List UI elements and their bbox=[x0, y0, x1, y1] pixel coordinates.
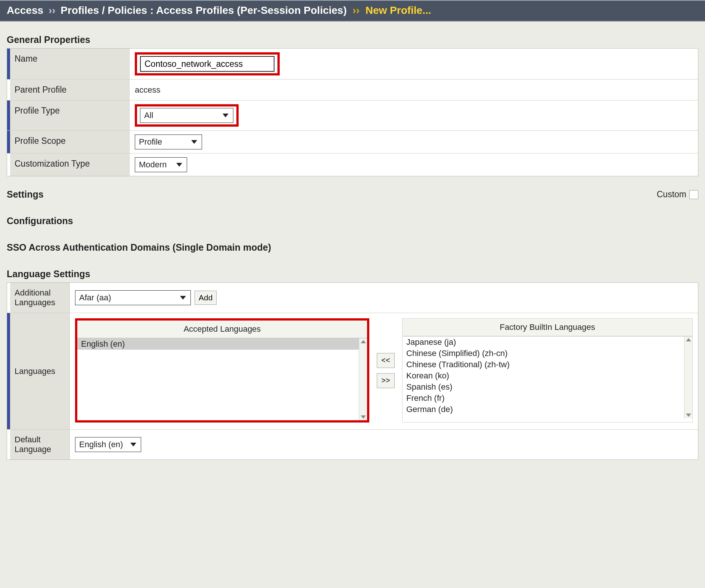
customization-type-value: Modern bbox=[139, 160, 167, 170]
default-language-label: Default Language bbox=[10, 430, 70, 459]
builtin-languages-header: Factory BuiltIn Languages bbox=[403, 319, 692, 336]
additional-languages-label: Additional Languages bbox=[10, 283, 70, 313]
list-item[interactable]: Japanese (ja) bbox=[403, 337, 692, 348]
row-default-language: Default Language English (en) bbox=[7, 429, 698, 459]
general-panel: Name Parent Profile access Profile Type … bbox=[7, 48, 698, 176]
row-parent-profile: Parent Profile access bbox=[7, 79, 698, 100]
scrollbar[interactable] bbox=[684, 337, 692, 418]
list-item[interactable]: Chinese (Simplified) (zh-cn) bbox=[403, 348, 692, 359]
list-item[interactable]: Spanish (es) bbox=[403, 381, 692, 393]
list-item[interactable]: English (en) bbox=[77, 338, 367, 350]
additional-languages-select[interactable]: Afar (aa) bbox=[75, 290, 191, 305]
highlight-box bbox=[135, 52, 280, 75]
language-panel: Additional Languages Afar (aa) Add Langu… bbox=[7, 282, 698, 460]
scroll-down-icon[interactable] bbox=[686, 414, 691, 417]
move-right-button[interactable]: >> bbox=[377, 373, 395, 388]
name-input[interactable] bbox=[140, 56, 274, 72]
required-marker bbox=[7, 49, 10, 79]
row-profile-scope: Profile Scope Profile bbox=[7, 130, 698, 153]
parent-profile-label: Parent Profile bbox=[10, 80, 130, 100]
profile-scope-label: Profile Scope bbox=[10, 131, 130, 153]
list-item[interactable]: French (fr) bbox=[403, 393, 692, 404]
required-marker bbox=[7, 283, 10, 313]
additional-languages-value: Afar (aa) bbox=[79, 293, 111, 303]
list-item[interactable]: German (de) bbox=[403, 404, 692, 415]
breadcrumb-sep-icon: ›› bbox=[46, 4, 58, 16]
builtin-languages-wrap: Factory BuiltIn Languages Japanese (ja) … bbox=[402, 318, 693, 423]
section-language-title: Language Settings bbox=[0, 256, 705, 282]
required-marker bbox=[7, 430, 10, 459]
profile-scope-value: Profile bbox=[139, 137, 162, 147]
add-language-button[interactable]: Add bbox=[195, 291, 217, 305]
move-left-button[interactable]: << bbox=[377, 353, 395, 368]
highlight-box: All bbox=[135, 104, 239, 127]
default-language-value: English (en) bbox=[79, 440, 123, 449]
required-marker bbox=[7, 100, 10, 130]
breadcrumb-mid[interactable]: Profiles / Policies : Access Profiles (P… bbox=[60, 4, 347, 16]
row-additional-languages: Additional Languages Afar (aa) Add bbox=[7, 283, 698, 313]
scroll-up-icon[interactable] bbox=[361, 340, 366, 343]
settings-heading: Settings bbox=[7, 189, 44, 200]
profile-type-select[interactable]: All bbox=[140, 108, 233, 123]
section-sso-title: SSO Across Authentication Domains (Singl… bbox=[0, 229, 705, 256]
breadcrumb-root[interactable]: Access bbox=[7, 4, 43, 16]
list-item[interactable]: Korean (ko) bbox=[403, 370, 692, 381]
custom-checkbox[interactable] bbox=[689, 190, 698, 199]
row-profile-type: Profile Type All bbox=[7, 100, 698, 130]
accepted-languages-header: Accepted Languages bbox=[77, 321, 367, 338]
required-marker bbox=[7, 80, 10, 100]
scroll-up-icon[interactable] bbox=[686, 338, 691, 341]
custom-label: Custom bbox=[657, 189, 686, 199]
parent-profile-value: access bbox=[135, 85, 160, 95]
required-marker bbox=[7, 313, 10, 429]
highlight-box: Accepted Languages English (en) bbox=[75, 318, 369, 423]
languages-label: Languages bbox=[10, 313, 70, 429]
required-marker bbox=[7, 154, 10, 176]
breadcrumb: Access ›› Profiles / Policies : Access P… bbox=[0, 0, 705, 22]
profile-scope-select[interactable]: Profile bbox=[135, 134, 202, 149]
section-config-title: Configurations bbox=[0, 203, 705, 229]
name-label: Name bbox=[10, 49, 130, 79]
profile-type-label: Profile Type bbox=[10, 100, 130, 130]
builtin-languages-listbox[interactable]: Japanese (ja) Chinese (Simplified) (zh-c… bbox=[403, 336, 692, 418]
scroll-down-icon[interactable] bbox=[361, 415, 366, 419]
default-language-select[interactable]: English (en) bbox=[75, 437, 141, 452]
row-name: Name bbox=[7, 49, 698, 79]
accepted-languages-listbox[interactable]: English (en) bbox=[77, 338, 367, 420]
language-mover: << >> bbox=[377, 318, 395, 423]
section-general-title: General Properties bbox=[0, 22, 705, 48]
customization-type-label: Customization Type bbox=[10, 154, 130, 176]
profile-type-value: All bbox=[144, 111, 153, 120]
row-customization-type: Customization Type Modern bbox=[7, 153, 698, 176]
breadcrumb-sep-icon: ›› bbox=[350, 4, 363, 16]
section-settings-title: Settings Custom bbox=[0, 176, 705, 203]
scrollbar[interactable] bbox=[359, 338, 367, 420]
customization-type-select[interactable]: Modern bbox=[135, 157, 187, 172]
row-languages: Languages Accepted Languages English (en… bbox=[7, 313, 698, 429]
breadcrumb-leaf: New Profile... bbox=[366, 4, 431, 16]
required-marker bbox=[7, 131, 10, 153]
list-item[interactable]: Chinese (Traditional) (zh-tw) bbox=[403, 359, 692, 370]
